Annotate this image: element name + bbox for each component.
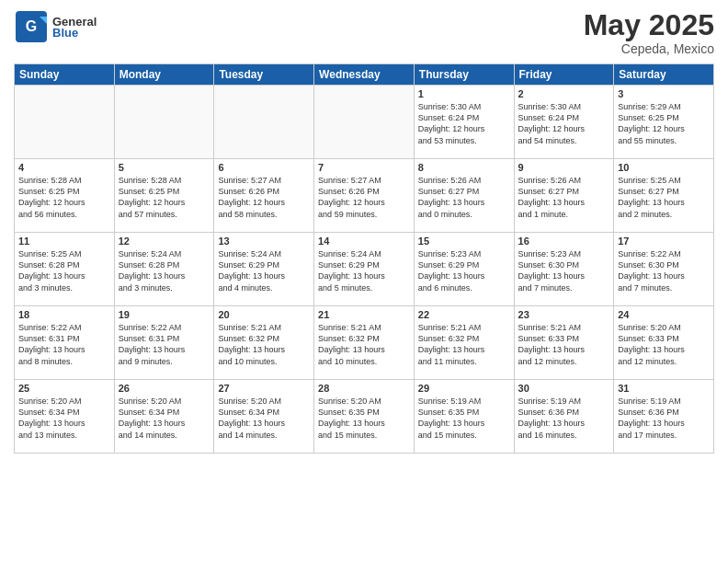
day-number: 31 (618, 383, 710, 394)
week-row-1: 4Sunrise: 5:28 AMSunset: 6:25 PMDaylight… (15, 159, 714, 233)
day-cell: 2Sunrise: 5:30 AMSunset: 6:24 PMDaylight… (514, 86, 614, 159)
day-info: Sunrise: 5:27 AMSunset: 6:26 PMDaylight:… (318, 175, 410, 220)
day-info: Sunrise: 5:30 AMSunset: 6:24 PMDaylight:… (418, 101, 510, 146)
day-number: 4 (18, 162, 110, 173)
day-cell (114, 86, 214, 159)
day-cell: 27Sunrise: 5:20 AMSunset: 6:34 PMDayligh… (214, 380, 314, 454)
day-number: 14 (318, 236, 410, 247)
day-number: 26 (119, 383, 210, 394)
day-info: Sunrise: 5:21 AMSunset: 6:32 PMDaylight:… (318, 322, 410, 367)
day-number: 5 (119, 162, 210, 173)
day-number: 6 (218, 162, 310, 173)
day-cell: 11Sunrise: 5:25 AMSunset: 6:28 PMDayligh… (15, 233, 115, 306)
day-cell: 9Sunrise: 5:26 AMSunset: 6:27 PMDaylight… (514, 159, 614, 233)
day-cell: 20Sunrise: 5:21 AMSunset: 6:32 PMDayligh… (214, 306, 314, 380)
day-number: 29 (418, 383, 510, 394)
day-number: 24 (618, 309, 710, 320)
calendar-body: 1Sunrise: 5:30 AMSunset: 6:24 PMDaylight… (15, 86, 714, 454)
day-info: Sunrise: 5:30 AMSunset: 6:24 PMDaylight:… (518, 101, 610, 146)
day-info: Sunrise: 5:20 AMSunset: 6:33 PMDaylight:… (618, 322, 710, 367)
day-cell (214, 86, 314, 159)
day-number: 10 (618, 162, 710, 173)
day-number: 22 (418, 309, 510, 320)
day-info: Sunrise: 5:19 AMSunset: 6:35 PMDaylight:… (418, 396, 510, 441)
day-number: 7 (318, 162, 410, 173)
day-number: 18 (18, 309, 110, 320)
day-cell: 10Sunrise: 5:25 AMSunset: 6:27 PMDayligh… (614, 159, 714, 233)
logo: G General Blue (14, 9, 97, 44)
day-number: 20 (218, 309, 310, 320)
day-cell: 29Sunrise: 5:19 AMSunset: 6:35 PMDayligh… (414, 380, 514, 454)
day-info: Sunrise: 5:22 AMSunset: 6:30 PMDaylight:… (618, 248, 710, 293)
day-number: 1 (418, 88, 510, 99)
col-friday: Friday (514, 64, 614, 86)
day-number: 17 (618, 236, 710, 247)
col-thursday: Thursday (414, 64, 514, 86)
day-info: Sunrise: 5:20 AMSunset: 6:34 PMDaylight:… (119, 396, 210, 441)
day-info: Sunrise: 5:20 AMSunset: 6:35 PMDaylight:… (318, 396, 410, 441)
col-wednesday: Wednesday (314, 64, 415, 86)
day-number: 16 (518, 236, 610, 247)
day-info: Sunrise: 5:29 AMSunset: 6:25 PMDaylight:… (618, 101, 710, 146)
day-info: Sunrise: 5:25 AMSunset: 6:27 PMDaylight:… (618, 175, 710, 220)
day-info: Sunrise: 5:26 AMSunset: 6:27 PMDaylight:… (518, 175, 610, 220)
col-monday: Monday (114, 64, 214, 86)
day-info: Sunrise: 5:21 AMSunset: 6:32 PMDaylight:… (218, 322, 310, 367)
day-cell: 8Sunrise: 5:26 AMSunset: 6:27 PMDaylight… (414, 159, 514, 233)
day-info: Sunrise: 5:23 AMSunset: 6:29 PMDaylight:… (418, 248, 510, 293)
week-row-3: 18Sunrise: 5:22 AMSunset: 6:31 PMDayligh… (15, 306, 714, 380)
day-number: 30 (518, 383, 610, 394)
day-cell: 7Sunrise: 5:27 AMSunset: 6:26 PMDaylight… (314, 159, 415, 233)
page-title: May 2025 (584, 9, 714, 41)
day-cell: 13Sunrise: 5:24 AMSunset: 6:29 PMDayligh… (214, 233, 314, 306)
day-info: Sunrise: 5:22 AMSunset: 6:31 PMDaylight:… (119, 322, 210, 367)
day-info: Sunrise: 5:28 AMSunset: 6:25 PMDaylight:… (119, 175, 210, 220)
day-cell: 21Sunrise: 5:21 AMSunset: 6:32 PMDayligh… (314, 306, 415, 380)
header: G General Blue May 2025 Cepeda, Mexico (14, 9, 714, 56)
day-cell: 6Sunrise: 5:27 AMSunset: 6:26 PMDaylight… (214, 159, 314, 233)
day-cell: 5Sunrise: 5:28 AMSunset: 6:25 PMDaylight… (114, 159, 214, 233)
day-number: 2 (518, 88, 610, 99)
week-row-0: 1Sunrise: 5:30 AMSunset: 6:24 PMDaylight… (15, 86, 714, 159)
day-cell: 28Sunrise: 5:20 AMSunset: 6:35 PMDayligh… (314, 380, 415, 454)
day-number: 11 (18, 236, 110, 247)
calendar-header-row: Sunday Monday Tuesday Wednesday Thursday… (15, 64, 714, 86)
day-number: 15 (418, 236, 510, 247)
day-info: Sunrise: 5:20 AMSunset: 6:34 PMDaylight:… (218, 396, 310, 441)
day-info: Sunrise: 5:19 AMSunset: 6:36 PMDaylight:… (618, 396, 710, 441)
day-cell: 23Sunrise: 5:21 AMSunset: 6:33 PMDayligh… (514, 306, 614, 380)
day-cell: 15Sunrise: 5:23 AMSunset: 6:29 PMDayligh… (414, 233, 514, 306)
day-number: 19 (119, 309, 210, 320)
col-tuesday: Tuesday (214, 64, 314, 86)
day-number: 27 (218, 383, 310, 394)
day-number: 3 (618, 88, 710, 99)
day-cell (314, 86, 415, 159)
day-cell: 3Sunrise: 5:29 AMSunset: 6:25 PMDaylight… (614, 86, 714, 159)
day-info: Sunrise: 5:22 AMSunset: 6:31 PMDaylight:… (18, 322, 110, 367)
logo-icon: G (14, 9, 49, 44)
day-info: Sunrise: 5:24 AMSunset: 6:28 PMDaylight:… (119, 248, 210, 293)
day-cell: 31Sunrise: 5:19 AMSunset: 6:36 PMDayligh… (614, 380, 714, 454)
day-number: 9 (518, 162, 610, 173)
day-cell: 26Sunrise: 5:20 AMSunset: 6:34 PMDayligh… (114, 380, 214, 454)
day-cell: 22Sunrise: 5:21 AMSunset: 6:32 PMDayligh… (414, 306, 514, 380)
day-number: 8 (418, 162, 510, 173)
day-cell: 16Sunrise: 5:23 AMSunset: 6:30 PMDayligh… (514, 233, 614, 306)
day-info: Sunrise: 5:20 AMSunset: 6:34 PMDaylight:… (18, 396, 110, 441)
week-row-4: 25Sunrise: 5:20 AMSunset: 6:34 PMDayligh… (15, 380, 714, 454)
day-number: 28 (318, 383, 410, 394)
week-row-2: 11Sunrise: 5:25 AMSunset: 6:28 PMDayligh… (15, 233, 714, 306)
day-number: 23 (518, 309, 610, 320)
day-info: Sunrise: 5:25 AMSunset: 6:28 PMDaylight:… (18, 248, 110, 293)
day-cell: 1Sunrise: 5:30 AMSunset: 6:24 PMDaylight… (414, 86, 514, 159)
calendar-table: Sunday Monday Tuesday Wednesday Thursday… (14, 63, 714, 454)
day-cell: 17Sunrise: 5:22 AMSunset: 6:30 PMDayligh… (614, 233, 714, 306)
day-cell: 24Sunrise: 5:20 AMSunset: 6:33 PMDayligh… (614, 306, 714, 380)
day-info: Sunrise: 5:26 AMSunset: 6:27 PMDaylight:… (418, 175, 510, 220)
day-cell: 25Sunrise: 5:20 AMSunset: 6:34 PMDayligh… (15, 380, 115, 454)
day-info: Sunrise: 5:21 AMSunset: 6:32 PMDaylight:… (418, 322, 510, 367)
day-info: Sunrise: 5:28 AMSunset: 6:25 PMDaylight:… (18, 175, 110, 220)
day-info: Sunrise: 5:24 AMSunset: 6:29 PMDaylight:… (218, 248, 310, 293)
col-sunday: Sunday (15, 64, 115, 86)
day-info: Sunrise: 5:27 AMSunset: 6:26 PMDaylight:… (218, 175, 310, 220)
